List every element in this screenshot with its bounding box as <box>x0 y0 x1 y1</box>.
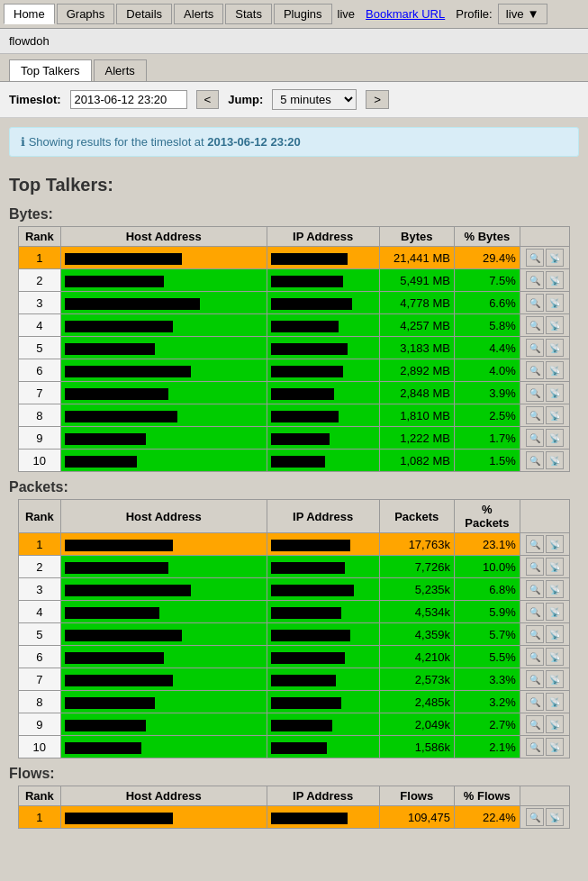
bytes-col-ip: IP Address <box>267 227 379 247</box>
graph-action-btn[interactable]: 📡 <box>546 406 564 424</box>
graph-action-btn[interactable]: 📡 <box>546 535 564 553</box>
graph-action-btn[interactable]: 📡 <box>546 625 564 643</box>
search-action-btn[interactable]: 🔍 <box>526 361 544 379</box>
profile-label: Profile: <box>452 5 495 23</box>
search-action-btn[interactable]: 🔍 <box>526 808 544 826</box>
graph-action-btn[interactable]: 📡 <box>546 738 564 756</box>
graph-action-btn[interactable]: 📡 <box>546 316 564 334</box>
graph-action-btn[interactable]: 📡 <box>546 249 564 267</box>
tab-top-talkers[interactable]: Top Talkers <box>9 59 92 81</box>
rank-cell: 9 <box>19 713 61 736</box>
pct-cell: 5.9% <box>454 601 520 623</box>
graph-action-btn[interactable]: 📡 <box>546 429 564 447</box>
rank-cell: 9 <box>19 427 61 450</box>
nav-stats[interactable]: Stats <box>225 4 272 24</box>
search-action-btn[interactable]: 🔍 <box>526 715 544 733</box>
table-row: 6 4,210k 5.5% 🔍📡 <box>19 646 570 668</box>
timeslot-input[interactable] <box>70 90 187 109</box>
search-action-btn[interactable]: 🔍 <box>526 603 544 621</box>
host-cell <box>60 314 267 337</box>
search-action-btn[interactable]: 🔍 <box>526 294 544 312</box>
graph-action-btn[interactable]: 📡 <box>546 384 564 402</box>
ip-cell <box>267 427 379 450</box>
search-action-btn[interactable]: 🔍 <box>526 738 544 756</box>
graph-action-btn[interactable]: 📡 <box>546 294 564 312</box>
live-dropdown[interactable]: live ▼ <box>498 4 547 24</box>
nav-home[interactable]: Home <box>4 4 55 24</box>
graph-action-btn[interactable]: 📡 <box>546 339 564 357</box>
graph-action-btn[interactable]: 📡 <box>546 715 564 733</box>
table-row: 4 4,534k 5.9% 🔍📡 <box>19 601 570 623</box>
search-action-btn[interactable]: 🔍 <box>526 339 544 357</box>
ip-cell <box>267 359 379 382</box>
pct-cell: 22.4% <box>454 806 520 829</box>
nav-alerts[interactable]: Alerts <box>174 4 223 24</box>
rank-cell: 3 <box>19 578 61 601</box>
search-action-btn[interactable]: 🔍 <box>526 271 544 289</box>
search-action-btn[interactable]: 🔍 <box>526 670 544 688</box>
ip-cell <box>267 601 379 623</box>
search-action-btn[interactable]: 🔍 <box>526 429 544 447</box>
pct-cell: 3.2% <box>454 691 520 713</box>
flows-cell: 109,475 <box>379 806 454 829</box>
graph-action-btn[interactable]: 📡 <box>546 361 564 379</box>
table-row: 3 5,235k 6.8% 🔍📡 <box>19 578 570 601</box>
search-action-btn[interactable]: 🔍 <box>526 249 544 267</box>
search-action-btn[interactable]: 🔍 <box>526 580 544 598</box>
graph-action-btn[interactable]: 📡 <box>546 271 564 289</box>
search-action-btn[interactable]: 🔍 <box>526 648 544 666</box>
nav-plugins[interactable]: Plugins <box>274 4 332 24</box>
actions-cell: 🔍📡 <box>520 427 569 450</box>
jump-select[interactable]: 5 minutes 1 minute 10 minutes 30 minutes… <box>272 89 357 110</box>
pct-cell: 2.7% <box>454 713 520 736</box>
prev-button[interactable]: < <box>196 90 220 109</box>
search-action-btn[interactable]: 🔍 <box>526 535 544 553</box>
graph-action-btn[interactable]: 📡 <box>546 648 564 666</box>
bookmark-url-link[interactable]: Bookmark URL <box>360 5 450 23</box>
search-action-btn[interactable]: 🔍 <box>526 693 544 711</box>
search-action-btn[interactable]: 🔍 <box>526 451 544 469</box>
packets-col-pct: % Packets <box>454 500 520 533</box>
graph-action-btn[interactable]: 📡 <box>546 693 564 711</box>
actions-cell: 🔍📡 <box>520 691 569 713</box>
search-action-btn[interactable]: 🔍 <box>526 316 544 334</box>
actions-cell: 🔍📡 <box>520 359 569 382</box>
rank-cell: 4 <box>19 314 61 337</box>
graph-action-btn[interactable]: 📡 <box>546 558 564 576</box>
host-cell <box>60 623 267 646</box>
bytes-cell: 4,257 MB <box>379 314 454 337</box>
flows-col-flows: Flows <box>379 786 454 806</box>
graph-action-btn[interactable]: 📡 <box>546 580 564 598</box>
bytes-cell: 3,183 MB <box>379 337 454 359</box>
packets-col-ip: IP Address <box>267 500 379 533</box>
bytes-cell: 4,778 MB <box>379 292 454 314</box>
ip-cell <box>267 691 379 713</box>
pct-cell: 6.8% <box>454 578 520 601</box>
search-action-btn[interactable]: 🔍 <box>526 406 544 424</box>
graph-action-btn[interactable]: 📡 <box>546 451 564 469</box>
next-button[interactable]: > <box>366 90 389 109</box>
table-row: 10 1,082 MB 1.5% 🔍📡 <box>19 450 570 472</box>
table-row: 7 2,848 MB 3.9% 🔍📡 <box>19 382 570 404</box>
packets-table-wrapper: Rank Host Address IP Address Packets % P… <box>9 499 579 758</box>
graph-action-btn[interactable]: 📡 <box>546 670 564 688</box>
packets-cell: 17,763k <box>379 533 454 556</box>
host-cell <box>60 691 267 713</box>
actions-cell: 🔍📡 <box>520 601 569 623</box>
ip-cell <box>267 713 379 736</box>
ip-cell <box>267 533 379 556</box>
nav-details[interactable]: Details <box>116 4 172 24</box>
graph-action-btn[interactable]: 📡 <box>546 603 564 621</box>
tab-alerts[interactable]: Alerts <box>94 59 147 81</box>
nav-graphs[interactable]: Graphs <box>57 4 115 24</box>
actions-cell: 🔍📡 <box>520 382 569 404</box>
search-action-btn[interactable]: 🔍 <box>526 384 544 402</box>
rank-cell: 5 <box>19 623 61 646</box>
bytes-col-rank: Rank <box>19 227 61 247</box>
packets-col-rank: Rank <box>19 500 61 533</box>
search-action-btn[interactable]: 🔍 <box>526 558 544 576</box>
controls-bar: Timeslot: < Jump: 5 minutes 1 minute 10 … <box>0 82 588 118</box>
table-row: 10 1,586k 2.1% 🔍📡 <box>19 736 570 758</box>
graph-action-btn[interactable]: 📡 <box>546 808 564 826</box>
search-action-btn[interactable]: 🔍 <box>526 625 544 643</box>
